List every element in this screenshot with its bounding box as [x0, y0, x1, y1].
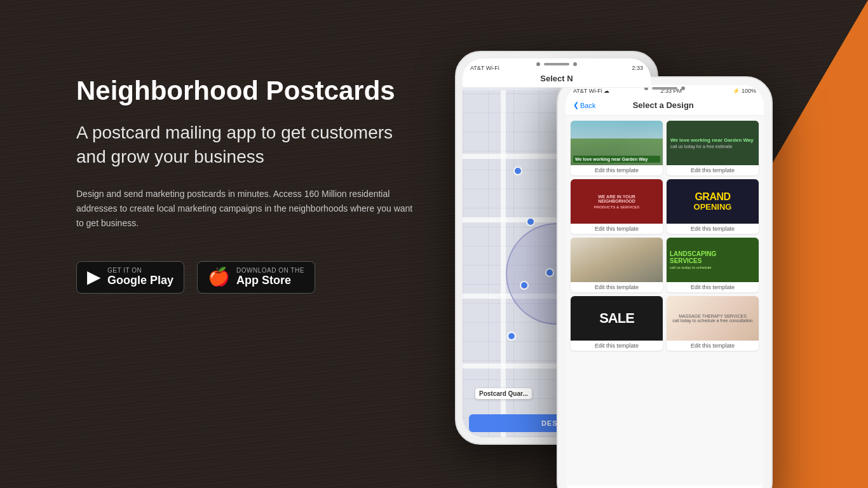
- map-pin-6: [545, 268, 554, 277]
- back-button[interactable]: ❮ Back: [573, 101, 595, 109]
- template-item-8[interactable]: MASSAGE THERAPY SERVICEScall today to sc…: [667, 296, 759, 351]
- template-item-1[interactable]: We love working near Garden Way Edit thi…: [571, 121, 663, 175]
- template-edit-label-5: Edit this template: [571, 282, 663, 292]
- map-road-v1: [501, 90, 506, 437]
- left-content: Neighborhood Postcards A postcard mailin…: [76, 76, 489, 294]
- map-title: Select N: [470, 74, 643, 83]
- google-play-button[interactable]: ▶ GET IT ON Google Play: [76, 261, 184, 294]
- template-thumb-1: We love working near Garden Way: [571, 121, 663, 165]
- camera-dot: [536, 62, 540, 66]
- template-item-3[interactable]: WE ARE IN YOUR NEIGHBORHOOD PRODUCTS & S…: [571, 179, 663, 234]
- template-item-6[interactable]: LANDSCAPINGSERVICES call us today to sch…: [667, 238, 759, 292]
- template-edit-label-8: Edit this template: [667, 341, 759, 351]
- phone-front-inner: AT&T Wi-Fi ☁ 2:33 PM ⚡ 100% ❮ Back Selec…: [566, 85, 764, 488]
- speaker-bar: [544, 63, 569, 65]
- template-thumb-6: LANDSCAPINGSERVICES call us today to sch…: [667, 238, 759, 282]
- app-tagline: A postcard mailing app to get customersa…: [76, 121, 489, 169]
- google-play-icon: ▶: [87, 268, 101, 286]
- apple-icon: 🍎: [208, 268, 230, 286]
- template-item-5[interactable]: Edit this template: [571, 238, 663, 292]
- map-label: Postcard Quar...: [475, 388, 532, 399]
- front-speaker: [652, 87, 677, 90]
- front-camera-dot-2: [681, 86, 685, 90]
- front-header: ❮ Back Select a Design: [566, 97, 764, 116]
- app-description: Design and send marketing postcards in m…: [76, 187, 419, 231]
- template-edit-label-3: Edit this template: [571, 224, 663, 234]
- template-thumb-5: [571, 238, 663, 282]
- store-buttons-container: ▶ GET IT ON Google Play 🍎 Download on th…: [76, 261, 489, 294]
- template-edit-label-1: Edit this template: [571, 165, 663, 175]
- google-play-text: GET IT ON Google Play: [107, 267, 173, 288]
- app-store-text: Download on the App Store: [236, 267, 304, 288]
- map-pin-8: [507, 332, 516, 341]
- carrier-status: AT&T Wi-Fi ☁: [573, 88, 609, 94]
- template-edit-label-4: Edit this template: [667, 224, 759, 234]
- back-phone-camera: [536, 62, 577, 66]
- battery-status: ⚡ 100%: [733, 88, 756, 94]
- template-thumb-2: We love working near Garden Way call us …: [667, 121, 759, 165]
- template-item-4[interactable]: GRAND OPENING Edit this template: [667, 179, 759, 234]
- template-item-2[interactable]: We love working near Garden Way call us …: [667, 121, 759, 175]
- template-edit-label-7: Edit this template: [571, 341, 663, 351]
- phones-container: AT&T Wi-Fi 2:33 Select N: [436, 51, 868, 483]
- template-edit-label-2: Edit this template: [667, 165, 759, 175]
- map-pin-1: [513, 166, 522, 175]
- map-pin-3: [526, 217, 535, 226]
- template-grid: We love working near Garden Way Edit thi…: [571, 121, 759, 351]
- app-store-button[interactable]: 🍎 Download on the App Store: [197, 261, 315, 294]
- template-grid-container: We love working near Garden Way Edit thi…: [566, 116, 764, 485]
- screen-title: Select a Design: [595, 100, 731, 110]
- phone-front: AT&T Wi-Fi ☁ 2:33 PM ⚡ 100% ❮ Back Selec…: [557, 76, 773, 488]
- template-thumb-7: SALE: [571, 296, 663, 341]
- template-thumb-8: MASSAGE THERAPY SERVICEScall today to sc…: [667, 296, 759, 341]
- app-title: Neighborhood Postcards: [76, 76, 489, 105]
- map-pin-5: [520, 281, 529, 290]
- camera-dot-2: [573, 62, 577, 66]
- template-edit-label-6: Edit this template: [667, 282, 759, 292]
- template-thumb-4: GRAND OPENING: [667, 179, 759, 224]
- template-thumb-3: WE ARE IN YOUR NEIGHBORHOOD PRODUCTS & S…: [571, 179, 663, 224]
- template-item-7[interactable]: SALE Edit this template: [571, 296, 663, 351]
